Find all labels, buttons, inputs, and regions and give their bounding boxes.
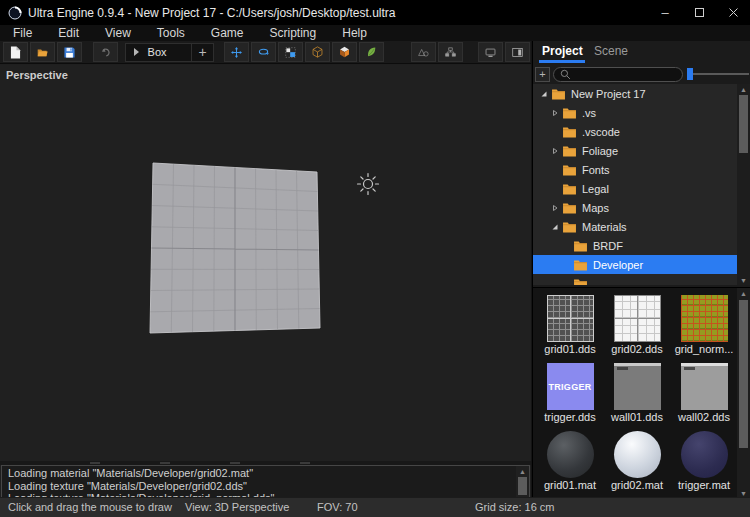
status-view-mode: View: 3D Perspective: [185, 501, 289, 513]
folder-icon: [573, 240, 588, 252]
texture-thumbnail: TRIGGER: [547, 363, 594, 410]
asset-grid01-mat[interactable]: grid01.mat: [539, 431, 601, 498]
primitive-dropdown-value: Box: [148, 46, 167, 58]
status-grid-size: Grid size: 16 cm: [475, 501, 554, 513]
asset-search-input[interactable]: [571, 68, 676, 81]
collapsed-arrow-icon[interactable]: [550, 109, 560, 117]
material-sphere-thumbnail: [681, 431, 728, 478]
menu-help[interactable]: Help: [329, 25, 380, 41]
tree-item-label: BRDF: [593, 240, 623, 252]
search-row: +: [533, 64, 750, 84]
tree-item-materials[interactable]: Materials: [533, 217, 750, 236]
title-bar[interactable]: Ultra Engine 0.9.4 - New Project 17 - C:…: [0, 0, 750, 25]
folder-icon: [562, 202, 577, 214]
folder-icon: [562, 145, 577, 157]
add-primitive-button[interactable]: +: [192, 43, 214, 62]
asset-search-box[interactable]: [553, 67, 683, 82]
asset-grid02-mat[interactable]: grid02.mat: [606, 431, 668, 498]
menu-edit[interactable]: Edit: [45, 25, 92, 41]
rotate-tool-button[interactable]: [251, 42, 276, 62]
add-asset-button[interactable]: +: [535, 67, 550, 82]
tree-item-clipped[interactable]: [533, 274, 750, 285]
asset-label: wall01.dds: [606, 411, 668, 423]
texture-thumbnail: [614, 295, 661, 342]
save-button[interactable]: [57, 42, 82, 62]
expanded-arrow-icon[interactable]: [550, 223, 560, 231]
csg-shapes-button[interactable]: [411, 42, 436, 62]
menu-view[interactable]: View: [92, 25, 144, 41]
assets-scrollbar[interactable]: ▲ ▼: [737, 288, 750, 498]
tab-scene[interactable]: Scene: [594, 44, 628, 58]
sun-light-icon[interactable]: [358, 174, 379, 195]
minimize-button[interactable]: –: [648, 0, 682, 25]
scroll-up-icon[interactable]: ▲: [737, 84, 750, 94]
open-project-button[interactable]: [30, 42, 55, 62]
move-tool-button[interactable]: [224, 42, 249, 62]
ultra-engine-window: Ultra Engine 0.9.4 - New Project 17 - C:…: [0, 0, 750, 517]
panel-tabs: Project Scene: [533, 41, 750, 64]
tree-item-brdf[interactable]: BRDF: [533, 236, 750, 255]
tree-item-vscode[interactable]: .vscode: [533, 122, 750, 141]
scroll-up-icon[interactable]: ▲: [516, 466, 529, 476]
menu-game[interactable]: Game: [198, 25, 257, 41]
viewport-canvas[interactable]: [0, 65, 531, 461]
close-button[interactable]: [716, 0, 750, 25]
tree-item-label: Foliage: [582, 145, 618, 157]
asset-wall01-dds[interactable]: wall01.dds: [606, 363, 668, 431]
side-panel-toggle-button[interactable]: [505, 42, 530, 62]
scale-tool-icon: [285, 45, 296, 60]
folder-icon: [562, 183, 577, 195]
undo-button[interactable]: [93, 42, 118, 62]
wireframe-cube-icon: [312, 44, 323, 60]
menu-file[interactable]: File: [0, 25, 45, 41]
new-file-button[interactable]: [3, 42, 28, 62]
folder-icon: [562, 221, 577, 233]
undo-icon: [100, 46, 111, 59]
folder-icon: [562, 164, 577, 176]
project-file-tree: New Project 17 .vs .vscode Foliage Fonts: [533, 84, 750, 285]
scroll-down-icon[interactable]: ▼: [737, 275, 750, 285]
foliage-tool-button[interactable]: [359, 42, 384, 62]
menu-scripting[interactable]: Scripting: [257, 25, 330, 41]
tree-item-fonts[interactable]: Fonts: [533, 160, 750, 179]
tree-item-vs[interactable]: .vs: [533, 103, 750, 122]
tree-item-developer[interactable]: Developer: [533, 255, 750, 274]
toolbar: Box +: [0, 41, 531, 64]
menu-bar: File Edit View Tools Game Scripting Help: [0, 25, 750, 41]
app-logo-icon: [8, 6, 22, 20]
collapsed-arrow-icon[interactable]: [550, 204, 560, 212]
tree-scrollbar[interactable]: ▲ ▼: [737, 84, 750, 285]
folder-icon: [551, 88, 566, 100]
expanded-arrow-icon[interactable]: [539, 90, 549, 98]
primitive-dropdown[interactable]: Box: [125, 43, 193, 62]
new-file-icon: [10, 45, 21, 60]
tree-item-legal[interactable]: Legal: [533, 179, 750, 198]
asset-trigger-dds[interactable]: TRIGGER trigger.dds: [539, 363, 601, 431]
folder-icon: [573, 278, 588, 286]
asset-wall02-dds[interactable]: wall02.dds: [673, 363, 735, 431]
asset-grid02-dds[interactable]: grid02.dds: [606, 295, 668, 363]
collapsed-arrow-icon[interactable]: [550, 147, 560, 155]
texture-thumbnail: [681, 295, 728, 342]
hierarchy-button[interactable]: [438, 42, 463, 62]
tree-item-label: Maps: [582, 202, 609, 214]
console-panel-toggle-button[interactable]: [478, 42, 503, 62]
asset-grid01-dds[interactable]: grid01.dds: [539, 295, 601, 363]
tab-project[interactable]: Project: [542, 44, 583, 58]
maximize-button[interactable]: [682, 0, 716, 25]
slider-handle[interactable]: [687, 68, 693, 80]
solid-view-button[interactable]: [332, 42, 357, 62]
tree-item-label: .vscode: [582, 126, 620, 138]
3d-viewport[interactable]: Perspective: [0, 65, 531, 461]
asset-trigger-mat[interactable]: trigger.mat: [673, 431, 735, 498]
scale-tool-button[interactable]: [278, 42, 303, 62]
tree-item-maps[interactable]: Maps: [533, 198, 750, 217]
wireframe-view-button[interactable]: [305, 42, 330, 62]
asset-grid-normal-dds[interactable]: grid_norm...: [673, 295, 735, 363]
scroll-up-icon[interactable]: ▲: [737, 288, 750, 298]
tree-item-new-project-17[interactable]: New Project 17: [533, 84, 750, 103]
tree-item-foliage[interactable]: Foliage: [533, 141, 750, 160]
menu-tools[interactable]: Tools: [144, 25, 198, 41]
thumbnail-size-slider[interactable]: [687, 73, 749, 75]
asset-label: grid_norm...: [673, 343, 735, 355]
